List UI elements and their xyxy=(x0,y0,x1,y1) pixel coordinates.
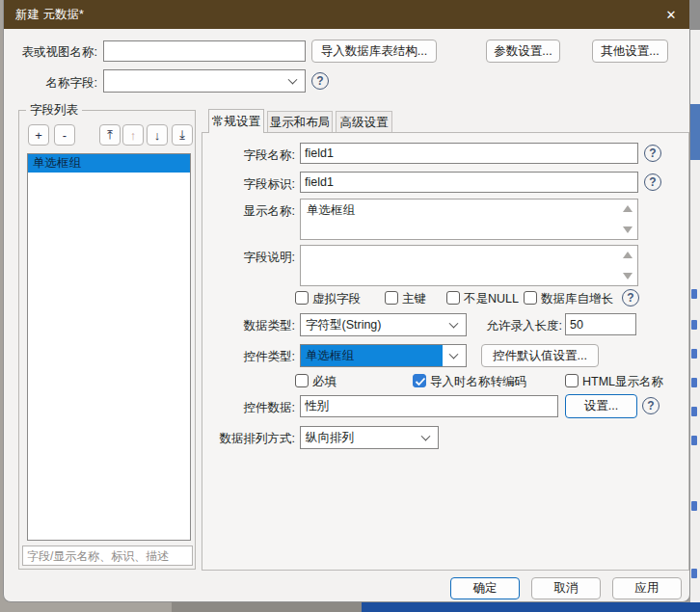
field-desc-textarea[interactable] xyxy=(300,245,638,286)
tab-display-layout[interactable]: 显示和布局 xyxy=(267,111,333,133)
auto-increment-checkbox[interactable] xyxy=(524,291,537,305)
dialog-titlebar[interactable]: 新建 元数据* ✕ xyxy=(4,0,689,29)
taskbar-strip xyxy=(362,602,700,612)
name-field-label: 名称字段: xyxy=(4,75,97,92)
other-settings-button[interactable]: 其他设置... xyxy=(592,40,668,63)
apply-button[interactable]: 应用 xyxy=(612,577,682,599)
scroll-up-icon[interactable] xyxy=(623,252,633,258)
background-text-fragment xyxy=(691,320,697,330)
remove-field-button[interactable]: - xyxy=(54,124,75,146)
background-bottom-strip xyxy=(172,602,362,612)
control-type-select[interactable]: 单选框组 xyxy=(300,344,467,367)
field-name-label: 字段名称: xyxy=(150,147,295,164)
background-text-fragment xyxy=(691,501,697,511)
ok-button[interactable]: 确定 xyxy=(450,577,520,599)
encode-name-label: 导入时名称转编码 xyxy=(430,374,526,390)
scroll-down-icon[interactable] xyxy=(623,226,633,233)
background-text-fragment xyxy=(691,407,697,416)
display-name-textarea[interactable]: 单选框组 xyxy=(300,199,638,240)
encode-name-checkbox[interactable] xyxy=(413,374,426,387)
background-titlebar-sliver xyxy=(690,0,700,30)
background-selection-sliver xyxy=(690,104,700,160)
help-icon[interactable]: ? xyxy=(642,397,660,414)
move-up-button[interactable]: ↑ xyxy=(122,124,144,146)
table-name-label: 表或视图名称: xyxy=(4,44,97,61)
help-icon[interactable]: ? xyxy=(644,173,661,191)
length-label: 允许录入长度: xyxy=(417,318,562,334)
background-text-fragment xyxy=(691,569,697,578)
tab-general-settings[interactable]: 常规设置 xyxy=(208,109,264,133)
background-text-fragment xyxy=(691,436,697,445)
new-metadata-dialog: 新建 元数据* ✕ 表或视图名称: 导入数据库表结构... 参数设置... 其他… xyxy=(3,0,690,602)
move-top-button[interactable]: ⤒ xyxy=(99,124,121,146)
required-checkbox[interactable] xyxy=(295,374,309,387)
length-input[interactable] xyxy=(565,313,636,335)
close-icon[interactable]: ✕ xyxy=(659,3,684,26)
required-label: 必填 xyxy=(312,374,337,390)
primary-key-label: 主键 xyxy=(402,291,426,307)
cancel-button[interactable]: 取消 xyxy=(531,577,601,599)
add-field-button[interactable]: + xyxy=(28,124,49,146)
name-field-select[interactable] xyxy=(103,69,306,93)
not-null-label: 不是NULL xyxy=(464,291,519,307)
html-display-name-checkbox[interactable] xyxy=(565,374,579,387)
chevron-down-icon xyxy=(449,350,459,359)
background-window-sliver xyxy=(690,0,700,602)
arrange-label: 数据排列方式: xyxy=(150,431,295,447)
control-type-value: 单选框组 xyxy=(301,345,443,366)
scroll-down-icon[interactable] xyxy=(623,273,633,279)
auto-increment-label: 数据库自增长 xyxy=(541,291,613,307)
move-bottom-button[interactable]: ⤓ xyxy=(172,124,193,146)
help-icon[interactable]: ? xyxy=(311,72,329,90)
help-icon[interactable]: ? xyxy=(622,289,639,306)
control-type-label: 控件类型: xyxy=(150,349,295,365)
display-name-label: 显示名称: xyxy=(150,203,295,220)
field-desc-label: 字段说明: xyxy=(150,250,295,266)
import-table-structure-button[interactable]: 导入数据库表结构... xyxy=(311,40,437,63)
not-null-checkbox[interactable] xyxy=(446,291,460,305)
data-type-value: 字符型(String) xyxy=(306,317,381,333)
tab-advanced-settings[interactable]: 高级设置 xyxy=(336,111,392,133)
field-name-input[interactable] xyxy=(300,143,638,164)
display-name-value: 单选框组 xyxy=(307,203,355,217)
data-type-label: 数据类型: xyxy=(150,318,295,334)
scroll-up-icon[interactable] xyxy=(623,205,633,212)
background-text-fragment xyxy=(691,349,697,359)
control-default-settings-button[interactable]: 控件默认值设置... xyxy=(481,344,599,367)
background-text-fragment xyxy=(691,378,697,387)
field-id-label: 字段标识: xyxy=(150,176,295,193)
virtual-field-checkbox[interactable] xyxy=(295,291,309,305)
help-icon[interactable]: ? xyxy=(644,145,661,162)
chevron-down-icon xyxy=(421,432,431,441)
control-data-label: 控件数据: xyxy=(150,400,295,416)
control-data-input[interactable] xyxy=(300,395,558,417)
background-text-fragment xyxy=(691,289,697,299)
table-name-input[interactable] xyxy=(103,40,306,62)
move-down-button[interactable]: ↓ xyxy=(147,124,168,146)
parameter-settings-button[interactable]: 参数设置... xyxy=(486,40,560,63)
primary-key-checkbox[interactable] xyxy=(385,291,398,305)
html-display-name-label: HTML显示名称 xyxy=(582,374,663,390)
arrange-select[interactable]: 纵向排列 xyxy=(300,426,439,449)
dialog-title: 新建 元数据* xyxy=(15,7,84,23)
screen: 新建 元数据* ✕ 表或视图名称: 导入数据库表结构... 参数设置... 其他… xyxy=(0,0,700,612)
field-filter-input[interactable] xyxy=(22,545,193,566)
arrange-value: 纵向排列 xyxy=(306,430,354,446)
chevron-down-icon xyxy=(288,75,298,85)
settings-button[interactable]: 设置... xyxy=(565,394,637,418)
virtual-field-label: 虚拟字段 xyxy=(312,291,361,307)
field-id-input[interactable] xyxy=(300,172,638,193)
field-list-legend: 字段列表 xyxy=(26,102,82,119)
